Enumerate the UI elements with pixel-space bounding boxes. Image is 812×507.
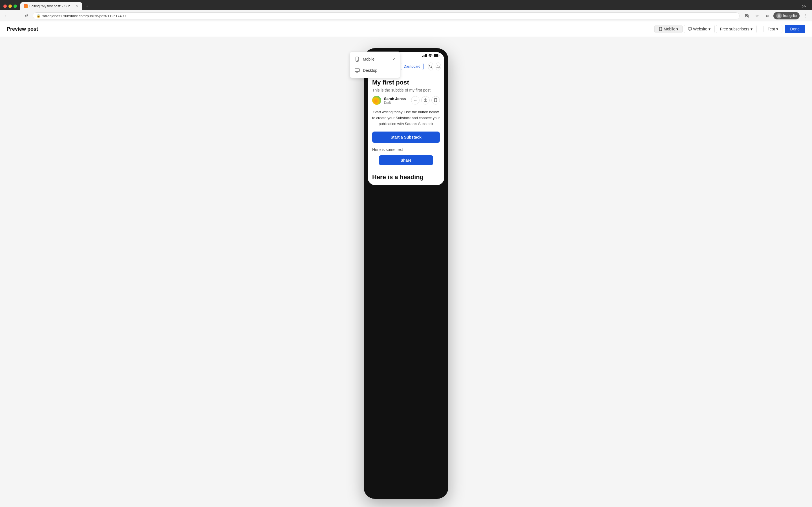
incognito-avatar	[776, 13, 782, 18]
window-icon: ⧉	[766, 13, 769, 18]
tab-more-button[interactable]: ≫	[800, 3, 809, 10]
svg-rect-10	[355, 69, 359, 71]
mobile-option-label: Mobile	[363, 57, 374, 61]
phone-content: My first post This is the subtitle of my…	[368, 74, 444, 185]
star-button[interactable]: ☆	[753, 12, 761, 20]
incognito-label: Incognito	[783, 14, 797, 18]
traffic-lights	[3, 4, 17, 8]
done-label: Done	[790, 27, 800, 31]
camera-off-button[interactable]	[743, 12, 751, 20]
reload-button[interactable]: ↺	[22, 12, 31, 20]
svg-rect-8	[356, 57, 359, 61]
star-icon: ☆	[755, 13, 759, 18]
some-text: Here is some text	[372, 147, 440, 152]
window-button[interactable]: ⧉	[763, 12, 771, 20]
post-actions: ···	[411, 96, 440, 105]
free-subscribers-label: Free subscribers	[720, 27, 749, 31]
preview-controls: Mobile ▾ Website ▾ Free subscribers ▾	[654, 25, 757, 33]
desktop-option-label: Desktop	[363, 68, 377, 73]
mobile-chevron: ▾	[676, 27, 678, 31]
status-icons	[422, 54, 440, 58]
view-dropdown-menu: Mobile ✓ Desktop	[350, 52, 400, 78]
signal-icon	[422, 54, 427, 58]
maximize-traffic-light[interactable]	[13, 4, 17, 8]
new-tab-button[interactable]: +	[84, 3, 91, 10]
battery-icon	[434, 54, 440, 58]
more-icon: ⋮	[804, 13, 808, 18]
website-chevron: ▾	[709, 27, 711, 31]
mobile-preview-button[interactable]: Mobile ▾	[654, 25, 682, 33]
share-button[interactable]: Share	[379, 155, 433, 165]
svg-line-21	[432, 67, 433, 68]
lock-icon: 🔒	[36, 14, 41, 18]
tab-title: Editing "My first post" - Subst...	[29, 4, 74, 8]
bookmark-action-button[interactable]	[432, 96, 440, 105]
svg-point-20	[429, 65, 432, 67]
address-bar[interactable]: 🔒 sarahjonas1.substack.com/publish/post/…	[33, 12, 740, 19]
start-substack-button[interactable]: Start a Substack	[372, 131, 440, 143]
author-name: Sarah Jonas	[384, 97, 408, 101]
test-button[interactable]: Test ▾	[763, 25, 782, 33]
address-text: sarahjonas1.substack.com/publish/post/11…	[42, 14, 736, 18]
svg-point-2	[778, 14, 780, 16]
dashboard-button[interactable]: Dashboard	[401, 63, 423, 70]
test-label: Test	[768, 27, 775, 31]
bookmark-action-icon	[434, 98, 438, 102]
forward-button[interactable]: →	[12, 12, 20, 20]
author-avatar	[372, 96, 381, 105]
mobile-icon	[659, 27, 663, 31]
post-meta: Sarah Jonas Draft ···	[372, 96, 440, 105]
post-body: Start writing today. Use the button belo…	[372, 109, 440, 127]
svg-rect-19	[434, 54, 439, 57]
svg-rect-14	[424, 55, 424, 57]
minimize-traffic-light[interactable]	[8, 4, 12, 8]
test-chevron: ▾	[776, 27, 778, 31]
main-area: Mobile ✓ Desktop	[0, 37, 812, 507]
header-right: Test ▾ Done	[763, 25, 805, 33]
share-action-button[interactable]	[421, 96, 430, 105]
heading-preview: Here is a heading	[372, 170, 440, 181]
browser-nav-bar: ← → ↺ 🔒 sarahjonas1.substack.com/publish…	[0, 10, 812, 21]
post-title: My first post	[372, 79, 440, 86]
search-icon	[428, 64, 433, 68]
post-subtitle: This is the subtitle of my first post	[372, 88, 440, 93]
more-action-button[interactable]: ···	[411, 96, 419, 105]
browser-tab-bar: Editing "My first post" - Subst... × + ≫	[3, 2, 809, 10]
forward-icon: →	[14, 13, 18, 18]
free-subscribers-button[interactable]: Free subscribers ▾	[716, 25, 757, 33]
reload-icon: ↺	[25, 13, 28, 18]
desktop-option[interactable]: Desktop	[350, 65, 400, 76]
active-browser-tab[interactable]: Editing "My first post" - Subst... ×	[20, 2, 82, 10]
mobile-checkmark: ✓	[392, 57, 396, 61]
tab-close-button[interactable]: ×	[75, 4, 79, 8]
app-content: Preview post Mobile ▾ Website ▾	[0, 21, 812, 507]
svg-point-17	[430, 57, 430, 57]
website-label: Website	[693, 27, 707, 31]
svg-rect-15	[425, 54, 426, 57]
wifi-icon	[428, 54, 433, 58]
back-button[interactable]: ←	[2, 12, 10, 20]
mobile-label: Mobile	[664, 27, 675, 31]
bell-button[interactable]	[436, 62, 441, 70]
website-preview-button[interactable]: Website ▾	[684, 25, 714, 33]
close-traffic-light[interactable]	[3, 4, 7, 8]
back-icon: ←	[4, 13, 8, 18]
subscribers-chevron: ▾	[751, 27, 753, 31]
bell-icon	[436, 64, 440, 68]
mobile-option[interactable]: Mobile ✓	[350, 54, 400, 65]
tab-favicon	[24, 4, 28, 8]
incognito-button[interactable]: Incognito	[773, 12, 800, 19]
desktop-option-icon	[354, 68, 360, 73]
done-button[interactable]: Done	[784, 25, 805, 33]
more-options-button[interactable]: ⋮	[802, 12, 810, 20]
svg-rect-16	[426, 54, 427, 57]
search-button[interactable]	[428, 62, 434, 70]
svg-rect-13	[422, 56, 423, 57]
share-action-icon	[423, 98, 427, 102]
desktop-icon	[688, 27, 692, 31]
app-header: Preview post Mobile ▾ Website ▾	[0, 21, 812, 37]
browser-actions: ☆ ⧉ Incognito ⋮	[743, 12, 810, 20]
phone-frame: New post Dashboard	[364, 48, 448, 499]
author-status: Draft	[384, 101, 408, 104]
svg-rect-5	[688, 27, 692, 30]
